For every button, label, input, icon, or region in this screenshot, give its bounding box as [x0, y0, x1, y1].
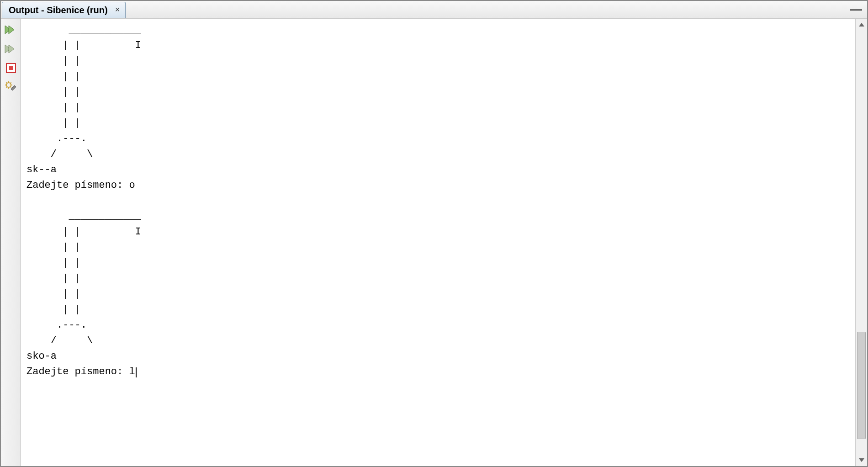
console-wrap: ____________ | | I | | | | | | | | | | .…	[21, 19, 867, 466]
side-toolbar	[1, 19, 21, 466]
titlebar-spacer	[126, 1, 845, 18]
vertical-scrollbar[interactable]	[855, 19, 867, 466]
svg-marker-3	[9, 45, 14, 53]
wrench-gear-icon	[5, 81, 17, 94]
scroll-up-arrow[interactable]	[856, 19, 867, 31]
close-icon[interactable]: ×	[115, 5, 120, 15]
chevron-up-icon	[859, 23, 864, 27]
stop-button[interactable]	[3, 60, 19, 76]
double-play-grey-icon	[4, 43, 18, 54]
output-tab-title: Output - Sibenice (run)	[9, 5, 108, 16]
scroll-thumb[interactable]	[857, 332, 866, 439]
minimize-button[interactable]: —	[845, 1, 867, 18]
settings-button[interactable]	[3, 79, 19, 96]
rerun-alt-button[interactable]	[3, 41, 19, 57]
rerun-button[interactable]	[3, 21, 19, 38]
chevron-down-icon	[859, 458, 864, 462]
workarea: ____________ | | I | | | | | | | | | | .…	[1, 18, 867, 466]
output-console[interactable]: ____________ | | I | | | | | | | | | | .…	[21, 19, 855, 466]
text-cursor	[136, 367, 137, 377]
double-play-icon	[4, 24, 18, 35]
stop-icon	[5, 62, 17, 74]
svg-marker-1	[9, 26, 14, 34]
minimize-icon: —	[850, 2, 862, 16]
output-tab[interactable]: Output - Sibenice (run) ×	[2, 2, 126, 18]
titlebar: Output - Sibenice (run) × —	[1, 1, 867, 18]
scroll-down-arrow[interactable]	[856, 454, 867, 466]
svg-marker-8	[859, 458, 864, 462]
svg-marker-7	[859, 23, 864, 27]
svg-rect-5	[9, 66, 13, 70]
